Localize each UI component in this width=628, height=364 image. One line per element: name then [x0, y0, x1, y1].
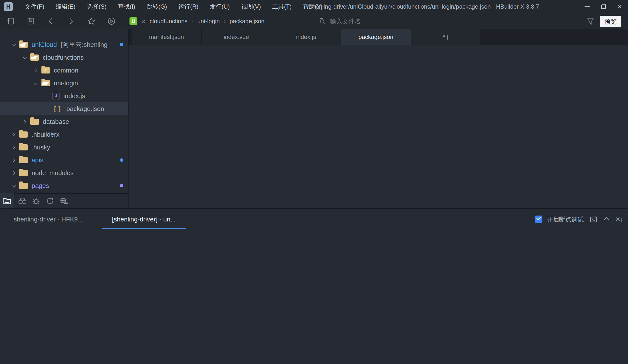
menu-item-7[interactable]: 视图(V) — [236, 0, 267, 13]
search-file-icon — [319, 17, 326, 25]
tree-item-pages[interactable]: pages — [0, 179, 128, 192]
editor-tab-index.js[interactable]: index.js — [271, 29, 341, 45]
tree-item-label: .hbuilderx — [32, 131, 60, 138]
breadcrumb-item-uni-login[interactable]: uni-login — [197, 18, 220, 25]
navigate-back-button[interactable] — [44, 15, 58, 27]
main-area: uniCloud - [阿里云:shenling-cloudfunctionsc… — [0, 29, 628, 209]
save-button[interactable] — [24, 15, 37, 27]
console-controls: 开启断点调试 ✕↓ — [535, 209, 623, 230]
console-header: shenling-driver - HFK9... [shenling-driv… — [0, 209, 628, 230]
chevron-down-icon[interactable] — [12, 43, 15, 46]
sync-panel-button[interactable] — [44, 193, 56, 209]
modified-dot — [120, 43, 123, 46]
hbuilderx-logo-icon: H — [4, 2, 13, 11]
favorite-button[interactable] — [84, 15, 98, 27]
chevron-down-icon[interactable] — [12, 184, 15, 187]
breadcrumb-item-package.json[interactable]: package.json — [230, 18, 264, 25]
breadcrumb-separator-icon: › — [191, 18, 193, 25]
tree-item-label: index.js — [63, 92, 85, 100]
cloud-folder-icon — [41, 80, 50, 86]
breakpoint-debug-checkbox[interactable] — [535, 216, 543, 223]
tree-item-index.js[interactable]: Jindex.js — [0, 89, 128, 102]
star-icon — [87, 17, 95, 25]
menu-item-3[interactable]: 查找(I) — [112, 0, 141, 13]
filter-button[interactable] — [587, 18, 595, 26]
tree-item-package.json[interactable]: [ ]package.json — [0, 102, 128, 115]
chevron-left-icon — [48, 17, 54, 25]
chevron-down-icon[interactable] — [34, 81, 37, 85]
project-explorer: uniCloud - [阿里云:shenling-cloudfunctionsc… — [0, 29, 129, 209]
tree-item-label: package.json — [66, 105, 104, 113]
tree-item-cloudfunctions[interactable]: cloudfunctions — [0, 51, 128, 64]
navigate-forward-button[interactable] — [64, 15, 78, 27]
tree-item-label: uniCloud — [32, 41, 57, 49]
minimize-icon — [585, 6, 590, 7]
console-output — [0, 230, 628, 364]
editor-tab-package.json[interactable]: package.json — [341, 29, 411, 45]
tree-item-label: .husky — [32, 144, 50, 151]
chevron-up-icon — [604, 217, 610, 221]
maximize-button[interactable] — [595, 0, 612, 13]
breadcrumb-item-cloudfunctions[interactable]: cloudfunctions — [150, 18, 187, 25]
menu-item-5[interactable]: 运行(R) — [173, 0, 204, 13]
editor-tab-index.vue[interactable]: index.vue — [202, 29, 271, 45]
tree-item-common[interactable]: common — [0, 64, 128, 77]
run-button[interactable] — [105, 15, 118, 27]
web-panel-button[interactable] — [58, 193, 70, 209]
search-input[interactable] — [329, 17, 584, 25]
tree-item-label: node_modules — [32, 169, 74, 177]
menu-item-8[interactable]: 工具(T) — [267, 0, 298, 13]
new-terminal-icon — [590, 216, 598, 223]
tree-item-database[interactable]: database — [0, 115, 128, 128]
indent-guide — [165, 99, 165, 125]
menu-item-2[interactable]: 选择(S) — [81, 0, 112, 13]
chevron-right-icon[interactable] — [34, 69, 37, 72]
save-icon — [27, 17, 34, 25]
chevron-right-icon[interactable] — [12, 133, 15, 136]
tree-item-apis[interactable]: apis — [0, 154, 128, 166]
tree-item-uni-login[interactable]: uni-login — [0, 77, 128, 89]
close-console-button[interactable]: ✕↓ — [616, 216, 623, 223]
breadcrumb-collapse-icon[interactable]: « — [141, 17, 145, 25]
chevron-right-icon[interactable] — [12, 158, 15, 162]
tree-item-.hbuilderx[interactable]: .hbuilderx — [0, 128, 128, 141]
new-file-button[interactable] — [3, 15, 17, 27]
editor-tab-manifest.json[interactable]: manifest.json — [132, 29, 202, 45]
cloud-folder-icon — [30, 55, 39, 61]
refresh-icon — [46, 197, 54, 205]
tree-item-.husky[interactable]: .husky — [0, 141, 128, 154]
menu-item-4[interactable]: 跳转(G) — [141, 0, 173, 13]
tree-item-uniCloud[interactable]: uniCloud - [阿里云:shenling- — [0, 38, 128, 51]
minimize-button[interactable] — [579, 0, 595, 13]
chevron-right-icon[interactable] — [12, 146, 15, 149]
explorer-panel-button[interactable] — [0, 193, 14, 209]
menu-item-0[interactable]: 文件(F) — [19, 0, 50, 13]
search-panel-button[interactable] — [17, 193, 28, 209]
new-terminal-button[interactable] — [590, 216, 598, 223]
editor-tab-[interactable]: * { — [411, 29, 481, 45]
chevron-right-icon[interactable] — [12, 171, 15, 175]
window-title: shenling-driver/uniCloud-aliyun/cloudfun… — [294, 3, 555, 10]
close-button[interactable]: ✕ — [612, 0, 628, 13]
code-editor[interactable] — [129, 45, 628, 209]
menu-item-6[interactable]: 发行(U) — [204, 0, 235, 13]
collapse-console-button[interactable] — [604, 217, 610, 221]
tree-item-suffix: - [阿里云:shenling- — [57, 40, 110, 49]
json-file-icon: [ ] — [53, 105, 62, 113]
hbuilderx-window: { "titlebar": { "logo": "H", "menus": ["… — [0, 0, 628, 364]
menu-item-1[interactable]: 编辑(E) — [50, 0, 81, 13]
modified-dot — [120, 184, 123, 187]
tree-item-node_modules[interactable]: node_modules — [0, 166, 128, 179]
chevron-right-icon — [45, 107, 49, 110]
link-folder-icon — [41, 67, 50, 73]
console-tab-0[interactable]: shenling-driver - HFK9... — [11, 209, 85, 230]
debug-panel-button[interactable] — [31, 193, 42, 209]
file-tree: uniCloud - [阿里云:shenling-cloudfunctionsc… — [0, 29, 128, 192]
console-tab-1[interactable]: [shenling-driver] - un... — [101, 209, 187, 230]
folder-open-icon — [19, 183, 28, 189]
preview-button[interactable]: 预览 — [600, 16, 621, 27]
cloud-folder-icon — [19, 42, 28, 48]
chevron-down-icon[interactable] — [23, 56, 26, 59]
chevron-right-icon[interactable] — [23, 120, 26, 123]
breakpoint-debug-label: 开启断点调试 — [547, 215, 584, 223]
